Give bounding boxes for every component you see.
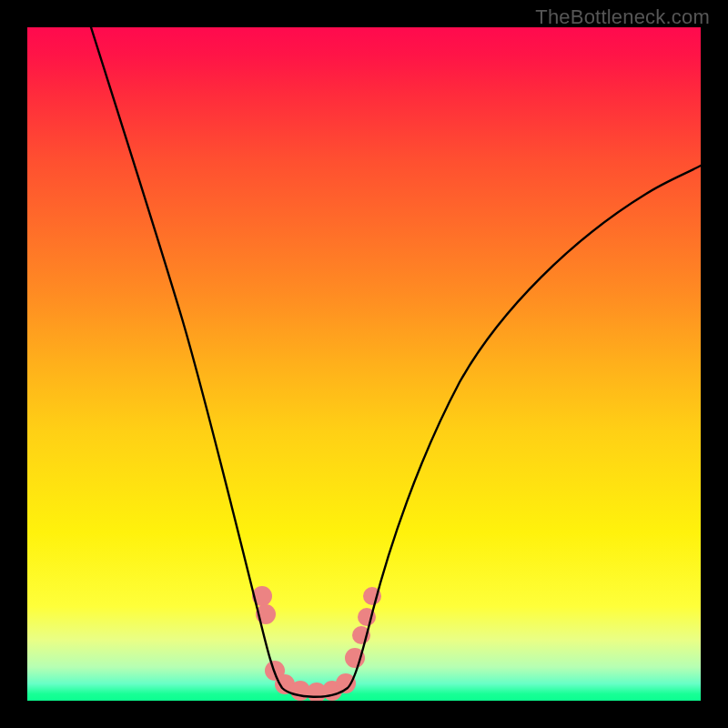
bottleneck-curve bbox=[91, 27, 701, 697]
chart-frame: TheBottleneck.com bbox=[0, 0, 728, 728]
pink-marker-cluster bbox=[252, 586, 381, 701]
chart-svg bbox=[27, 27, 701, 701]
plot-area bbox=[27, 27, 701, 701]
watermark-text: TheBottleneck.com bbox=[535, 5, 710, 29]
